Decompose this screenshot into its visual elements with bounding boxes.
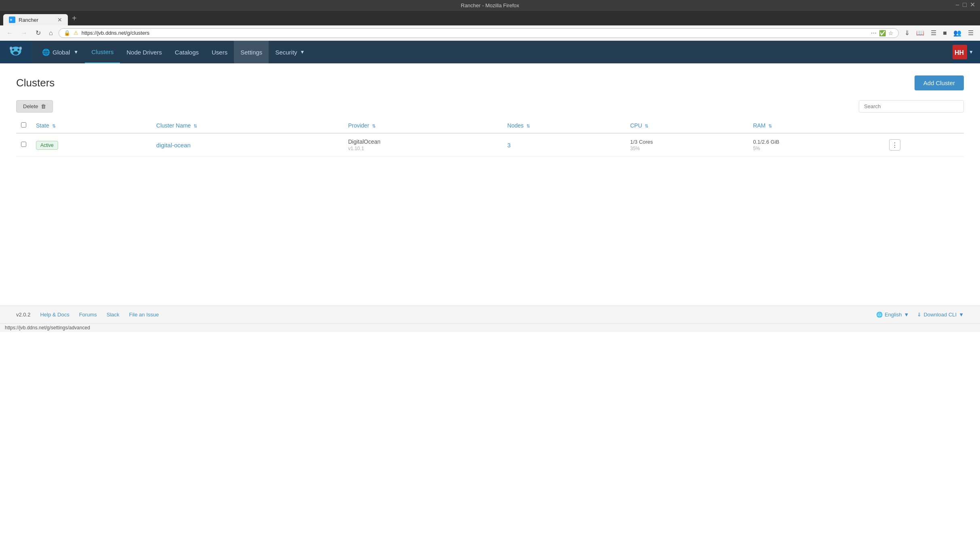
footer-download-cli[interactable]: ⇓ Download CLI ▼ [917, 312, 964, 318]
bookmarks-icon[interactable]: 📖 [914, 27, 927, 38]
nav-security[interactable]: Security ▼ [269, 41, 311, 63]
footer-right: 🌐 English ▼ ⇓ Download CLI ▼ [876, 312, 964, 318]
page-title: Clusters [16, 77, 55, 89]
row-ram-cell: 0.1/2.6 GiB 5% [748, 133, 884, 157]
forward-button[interactable]: → [19, 28, 30, 38]
more-icon[interactable]: ⋯ [871, 30, 877, 36]
footer-slack[interactable]: Slack [107, 312, 120, 318]
ram-pct: 5% [753, 146, 879, 151]
row-checkbox[interactable] [21, 142, 26, 147]
table-header-row: State ⇅ Cluster Name ⇅ Provider ⇅ Nodes … [16, 118, 964, 133]
provider-col-header[interactable]: Provider ⇅ [343, 118, 503, 133]
footer-download-chevron-icon: ▼ [959, 312, 964, 318]
nav-catalogs-label: Catalogs [175, 49, 199, 56]
home-button[interactable]: ⌂ [46, 28, 55, 38]
ram-val: 0.1/2.6 GiB [753, 139, 879, 145]
cpu-pct: 35% [630, 146, 743, 151]
table-header: State ⇅ Cluster Name ⇅ Provider ⇅ Nodes … [16, 118, 964, 133]
close-button[interactable]: ✕ [970, 2, 975, 8]
back-button[interactable]: ← [4, 28, 15, 38]
footer-version: v2.0.2 [16, 312, 30, 318]
delete-button[interactable]: Delete 🗑 [16, 100, 53, 113]
browser-title: Rancher - Mozilla Firefox [461, 2, 519, 8]
app-header: 🌐 Global ▼ Clusters Node Drivers Catalog… [0, 41, 980, 63]
search-wrap [859, 100, 964, 113]
reload-button[interactable]: ↻ [33, 27, 43, 38]
nav-settings-label: Settings [240, 49, 262, 56]
footer-language-switcher[interactable]: 🌐 English ▼ [876, 312, 909, 318]
nav-catalogs[interactable]: Catalogs [168, 41, 205, 63]
nav-node-drivers-label: Node Drivers [126, 49, 162, 56]
svg-text:HH: HH [955, 49, 964, 56]
cpu-col-label: CPU [630, 122, 642, 129]
actions-col-header [884, 118, 964, 133]
state-col-header[interactable]: State ⇅ [31, 118, 151, 133]
footer-file-issue[interactable]: File an Issue [129, 312, 159, 318]
nav-settings[interactable]: Settings [234, 41, 269, 63]
nodes-col-header[interactable]: Nodes ⇅ [503, 118, 625, 133]
table-toolbar: Delete 🗑 [16, 100, 964, 113]
browser-extra-buttons: ⇓ 📖 ☰ ■ 👥 ☰ [902, 27, 976, 38]
user-avatar[interactable]: HH [953, 45, 967, 59]
secure-icon: 🔒 [64, 30, 70, 36]
select-all-checkbox[interactable] [21, 122, 26, 128]
page-header: Clusters Add Cluster [16, 75, 964, 90]
rancher-logo [7, 44, 24, 61]
nav-clusters-label: Clusters [91, 48, 114, 55]
pocket-icon[interactable]: ■ [940, 28, 949, 38]
row-actions-button[interactable]: ⋮ [889, 139, 900, 151]
tab-favicon: R [9, 17, 15, 23]
provider-version: v1.10.1 [348, 146, 498, 151]
page-content: Clusters Add Cluster Delete 🗑 State ⇅ [0, 63, 980, 306]
tab-close-icon[interactable]: ✕ [57, 17, 62, 23]
nodes-sort-icon: ⇅ [526, 124, 530, 128]
row-actions-cell: ⋮ [884, 133, 964, 157]
download-icon[interactable]: ⇓ [902, 27, 912, 38]
row-nodes-cell: 3 [503, 133, 625, 157]
ram-col-header[interactable]: RAM ⇅ [748, 118, 884, 133]
url-actions: ⋯ ✅ ☆ [871, 30, 894, 36]
menu-icon[interactable]: ☰ [965, 27, 976, 38]
row-cpu-cell: 1/3 Cores 35% [625, 133, 748, 157]
cluster-name-col-header[interactable]: Cluster Name ⇅ [151, 118, 343, 133]
maximize-button[interactable]: □ [963, 2, 967, 8]
globe-icon: 🌐 [42, 48, 50, 56]
global-switcher[interactable]: 🌐 Global ▼ [36, 41, 85, 63]
url-bar[interactable]: 🔒 ⚠ https://jvb.ddns.net/g/clusters ⋯ ✅ … [59, 28, 899, 38]
profile-icon[interactable]: 👥 [951, 27, 964, 38]
app-footer: v2.0.2 Help & Docs Forums Slack File an … [0, 306, 980, 323]
new-tab-button[interactable]: + [68, 11, 81, 25]
ram-col-label: RAM [753, 122, 765, 129]
nodes-count[interactable]: 3 [507, 142, 511, 149]
cluster-name-link[interactable]: digital-ocean [156, 142, 191, 149]
footer-forums[interactable]: Forums [79, 312, 97, 318]
bookmark-check-icon[interactable]: ✅ [879, 30, 886, 36]
svg-text:R: R [10, 19, 12, 21]
browser-tabbar: R Rancher ✕ + [0, 11, 980, 25]
global-label: Global [53, 49, 70, 56]
cpu-cores: 1/3 Cores [630, 139, 743, 145]
nav-users[interactable]: Users [205, 41, 234, 63]
reader-mode-icon[interactable]: ☰ [928, 27, 939, 38]
minimize-button[interactable]: ‒ [955, 2, 959, 8]
delete-label: Delete [23, 103, 38, 109]
cpu-col-header[interactable]: CPU ⇅ [625, 118, 748, 133]
footer-help-docs[interactable]: Help & Docs [40, 312, 69, 318]
search-input[interactable] [859, 100, 964, 113]
nav-node-drivers[interactable]: Node Drivers [120, 41, 168, 63]
ram-sort-icon: ⇅ [768, 124, 772, 128]
browser-navbar: ← → ↻ ⌂ 🔒 ⚠ https://jvb.ddns.net/g/clust… [0, 25, 980, 41]
select-all-col [16, 118, 31, 133]
browser-titlebar: Rancher - Mozilla Firefox ‒ □ ✕ [0, 0, 980, 11]
add-cluster-button[interactable]: Add Cluster [915, 75, 964, 90]
star-icon[interactable]: ☆ [888, 30, 894, 36]
svg-point-6 [13, 51, 18, 54]
table-row: Active digital-ocean DigitalOcean v1.10.… [16, 133, 964, 157]
user-chevron-icon[interactable]: ▼ [969, 49, 974, 55]
footer-download-cli-label: Download CLI [923, 312, 957, 318]
user-avatar-icon: HH [953, 45, 967, 59]
nav-clusters[interactable]: Clusters [85, 41, 120, 63]
active-tab[interactable]: R Rancher ✕ [3, 14, 68, 25]
provider-sort-icon: ⇅ [372, 124, 376, 128]
cluster-name-sort-icon: ⇅ [193, 124, 197, 128]
